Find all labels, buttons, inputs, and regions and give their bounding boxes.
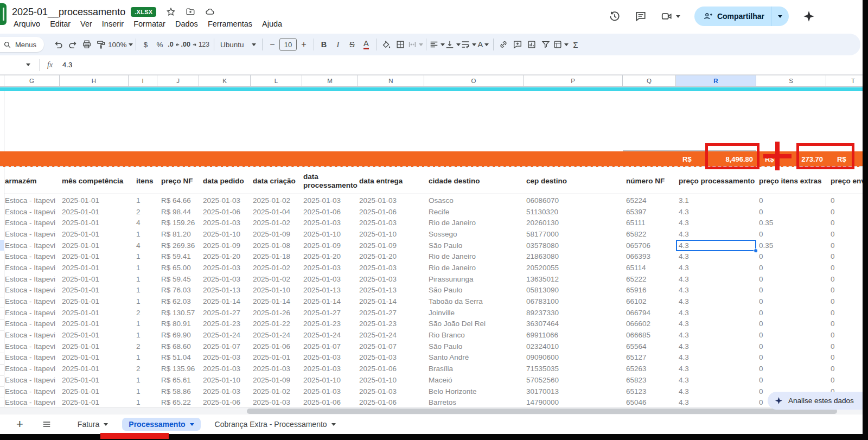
- cell[interactable]: 066794: [623, 307, 676, 318]
- cell[interactable]: 2025-01-03: [199, 262, 251, 273]
- cell[interactable]: Sossego: [424, 228, 524, 240]
- cell[interactable]: R$ 65.61: [157, 374, 199, 386]
- cell[interactable]: 51130320: [524, 206, 623, 218]
- cell[interactable]: 65397: [623, 206, 676, 218]
- cell[interactable]: 0: [826, 329, 863, 341]
- cell[interactable]: 2025-01-06: [199, 206, 251, 218]
- cell[interactable]: 03578080: [524, 240, 623, 251]
- name-box-caret[interactable]: [26, 63, 30, 66]
- cell[interactable]: 0: [756, 374, 826, 386]
- cell[interactable]: Estoca - Itapevi: [4, 195, 60, 206]
- cell[interactable]: 2025-01-02: [251, 217, 302, 228]
- cell[interactable]: R$ 68.60: [157, 341, 199, 352]
- insert-chart-button[interactable]: [525, 37, 539, 52]
- sheet-tab-fatura[interactable]: Fatura: [71, 418, 114, 431]
- cell[interactable]: 1: [129, 352, 157, 364]
- cell[interactable]: 2025-01-03: [358, 386, 424, 397]
- cell[interactable]: 2025-01-03: [358, 195, 424, 206]
- cell[interactable]: 2025-01-01: [60, 262, 129, 273]
- cell[interactable]: R$ 59.45: [157, 273, 199, 285]
- column-header-J[interactable]: J: [157, 75, 199, 86]
- cell[interactable]: 0: [826, 285, 863, 296]
- cell[interactable]: Estoca - Itapevi: [4, 341, 60, 352]
- cell[interactable]: 1: [129, 329, 157, 341]
- cell[interactable]: 65123: [623, 386, 676, 397]
- cell[interactable]: Estoca - Itapevi: [4, 285, 60, 296]
- cell[interactable]: 2025-01-03: [302, 352, 358, 364]
- cell[interactable]: 4.3: [676, 374, 756, 386]
- cell[interactable]: 2025-01-06: [302, 397, 358, 406]
- cell[interactable]: 2025-01-09: [358, 240, 424, 251]
- menus-search-button[interactable]: Menus: [0, 37, 44, 52]
- decrease-font-size-button[interactable]: −: [265, 37, 279, 52]
- menu-arquivo[interactable]: Arquivo: [9, 18, 45, 30]
- text-rotation-button[interactable]: A: [476, 37, 490, 52]
- menu-editar[interactable]: Editar: [45, 18, 75, 30]
- cell[interactable]: Estoca - Itapevi: [4, 273, 60, 285]
- cell[interactable]: R$ 51.04: [157, 352, 199, 364]
- cell[interactable]: 0.35: [756, 217, 826, 228]
- column-header-H[interactable]: H: [60, 75, 129, 86]
- cell[interactable]: 2025-01-08: [251, 240, 302, 251]
- menu-ferramentas[interactable]: Ferramentas: [203, 18, 257, 30]
- cell[interactable]: 71535035: [524, 363, 623, 374]
- meet-camera-icon[interactable]: [661, 10, 673, 22]
- cell[interactable]: 2025-01-27: [302, 307, 358, 318]
- cell[interactable]: 05813090: [524, 285, 623, 296]
- cell[interactable]: 0: [826, 240, 863, 251]
- cell[interactable]: 57052560: [524, 374, 623, 386]
- cell[interactable]: 2025-01-10: [302, 374, 358, 386]
- tab-options-caret[interactable]: [190, 423, 194, 426]
- percent-format-button[interactable]: %: [153, 37, 167, 52]
- cell[interactable]: 1: [129, 318, 157, 330]
- column-header-N[interactable]: N: [358, 75, 424, 86]
- cell[interactable]: 2025-01-06: [358, 397, 424, 406]
- cell[interactable]: Rio Branco: [424, 329, 524, 341]
- menu-formatar[interactable]: Formatar: [129, 18, 170, 30]
- print-button[interactable]: [80, 37, 94, 52]
- insert-link-button[interactable]: [496, 37, 510, 52]
- cell[interactable]: 2025-01-04: [251, 206, 302, 218]
- cell[interactable]: Joinville: [424, 307, 524, 318]
- cell[interactable]: R$ 69.90: [157, 329, 199, 341]
- cell[interactable]: R$ 62.03: [157, 296, 199, 307]
- cell[interactable]: 2025-01-14: [199, 296, 251, 307]
- cell[interactable]: R$ 64.66: [157, 195, 199, 206]
- comments-icon[interactable]: [635, 10, 647, 22]
- cell[interactable]: São Paulo: [424, 341, 524, 352]
- cell[interactable]: 2025-01-01: [60, 363, 129, 374]
- cell[interactable]: Santo André: [424, 352, 524, 364]
- cell[interactable]: 0: [826, 273, 863, 285]
- cell[interactable]: 2025-01-06: [302, 206, 358, 218]
- cell[interactable]: 2025-01-01: [60, 195, 129, 206]
- column-header-R[interactable]: R: [676, 75, 756, 86]
- cell[interactable]: 3.1: [676, 195, 756, 206]
- cell[interactable]: 2025-01-20: [199, 251, 251, 262]
- cell[interactable]: Rio de Janeiro: [424, 262, 524, 273]
- cell[interactable]: 2025-01-02: [251, 262, 302, 273]
- paint-format-button[interactable]: [94, 37, 108, 52]
- cell[interactable]: 65111: [623, 217, 676, 228]
- cell[interactable]: Estoca - Itapevi: [4, 329, 60, 341]
- cell[interactable]: 2: [129, 206, 157, 218]
- cell[interactable]: 1: [129, 374, 157, 386]
- cell[interactable]: 2025-01-09: [302, 240, 358, 251]
- cell[interactable]: 0: [756, 363, 826, 374]
- cell[interactable]: 65224: [623, 195, 676, 206]
- cell[interactable]: 2025-01-01: [60, 273, 129, 285]
- cell[interactable]: 2025-01-03: [199, 363, 251, 374]
- column-header-I[interactable]: I: [129, 75, 157, 86]
- cell[interactable]: 2025-01-01: [60, 228, 129, 240]
- cell[interactable]: 0: [826, 195, 863, 206]
- cell[interactable]: 65127: [623, 352, 676, 364]
- cell[interactable]: 4: [129, 217, 157, 228]
- cell[interactable]: 0: [826, 206, 863, 218]
- cloud-status-icon[interactable]: [205, 7, 215, 17]
- cell[interactable]: 2025-01-10: [358, 228, 424, 240]
- cell[interactable]: Pirassununga: [424, 273, 524, 285]
- cell[interactable]: 2025-01-24: [199, 329, 251, 341]
- cell[interactable]: 065706: [623, 240, 676, 251]
- cell[interactable]: 2025-01-14: [358, 296, 424, 307]
- cell[interactable]: 0: [826, 217, 863, 228]
- cell[interactable]: 2025-01-03: [302, 363, 358, 374]
